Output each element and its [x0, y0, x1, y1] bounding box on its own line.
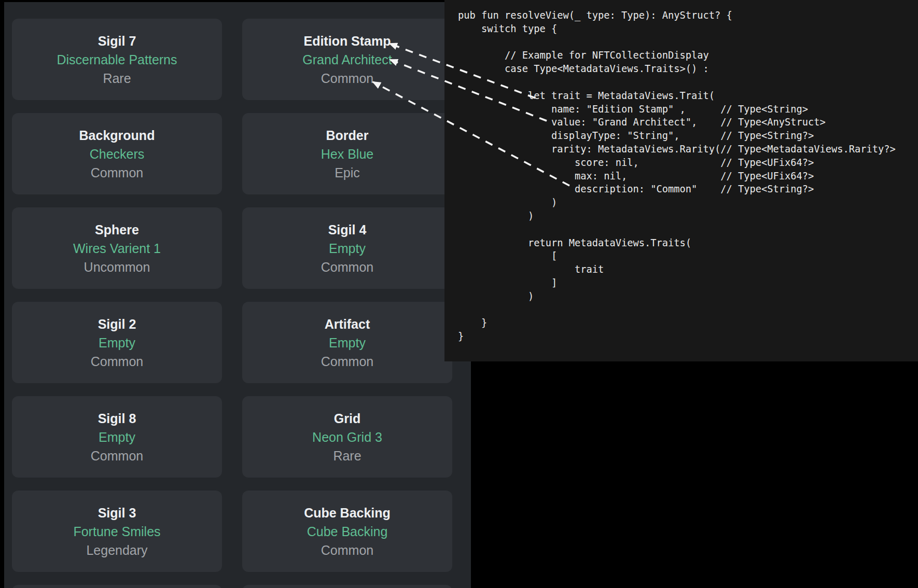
trait-card: Cube Backing Cube Backing Common	[242, 491, 452, 572]
trait-card	[242, 585, 452, 588]
trait-card: Sphere Wires Varient 1 Uncommon	[12, 207, 222, 289]
trait-name: Edition Stamp	[303, 32, 391, 50]
trait-value: Wires Varient 1	[73, 239, 161, 258]
trait-value: Grand Architect	[302, 50, 392, 69]
trait-name: Sigil 7	[98, 32, 136, 50]
trait-name: Background	[79, 126, 155, 145]
trait-rarity: Common	[321, 352, 373, 371]
trait-value: Hex Blue	[321, 145, 373, 163]
code-panel: pub fun resolveView(_ type: Type): AnySt…	[444, 0, 918, 361]
trait-rarity: Common	[321, 258, 373, 276]
trait-name: Sigil 3	[98, 503, 136, 522]
trait-name: Sigil 4	[328, 220, 367, 239]
trait-rarity: Common	[91, 352, 143, 371]
trait-card: Grid Neon Grid 3 Rare	[242, 396, 452, 478]
trait-value: Discernable Patterns	[57, 50, 177, 69]
trait-value: Empty	[99, 428, 135, 446]
trait-name: Artifact	[325, 315, 370, 333]
trait-card: Artifact Empty Common	[242, 302, 452, 383]
traits-scroll-area[interactable]: Sigil 7 Discernable Patterns Rare Editio…	[4, 2, 471, 588]
trait-card: Sigil 2 Empty Common	[12, 302, 222, 383]
trait-card: Sigil 3 Fortune Smiles Legendary	[12, 491, 222, 572]
trait-rarity: Common	[321, 541, 373, 559]
trait-value: Empty	[99, 333, 135, 352]
trait-name: Sphere	[95, 220, 139, 239]
trait-name: Border	[326, 126, 369, 145]
trait-card: Border Hex Blue Epic	[242, 113, 452, 194]
trait-rarity: Common	[321, 69, 373, 88]
trait-name: Sigil 8	[98, 409, 136, 428]
trait-rarity: Rare	[333, 446, 361, 465]
trait-value: Cube Backing	[307, 522, 388, 541]
trait-rarity: Uncommon	[84, 258, 150, 276]
trait-card: Background Checkers Common	[12, 113, 222, 194]
trait-rarity: Epic	[335, 163, 360, 182]
trait-value: Empty	[329, 239, 366, 258]
trait-value: Empty	[329, 333, 366, 352]
trait-name: Cube Backing	[304, 503, 391, 522]
trait-card: Sigil 7 Discernable Patterns Rare	[12, 19, 222, 100]
code-block: pub fun resolveView(_ type: Type): AnySt…	[444, 0, 918, 343]
trait-value: Fortune Smiles	[73, 522, 160, 541]
trait-card: Sigil 4 Empty Common	[242, 207, 452, 289]
trait-card: Edition Stamp Grand Architect Common	[242, 19, 452, 100]
trait-card	[12, 585, 222, 588]
trait-name: Sigil 2	[98, 315, 136, 333]
stage: Sigil 7 Discernable Patterns Rare Editio…	[0, 0, 918, 588]
trait-value: Neon Grid 3	[312, 428, 382, 446]
trait-rarity: Common	[91, 446, 143, 465]
trait-rarity: Rare	[103, 69, 131, 88]
trait-card: Sigil 8 Empty Common	[12, 396, 222, 478]
trait-name: Grid	[334, 409, 360, 428]
trait-rarity: Legendary	[86, 541, 147, 559]
trait-rarity: Common	[91, 163, 143, 182]
nft-traits-panel: Sigil 7 Discernable Patterns Rare Editio…	[4, 2, 471, 588]
trait-value: Checkers	[90, 145, 145, 163]
